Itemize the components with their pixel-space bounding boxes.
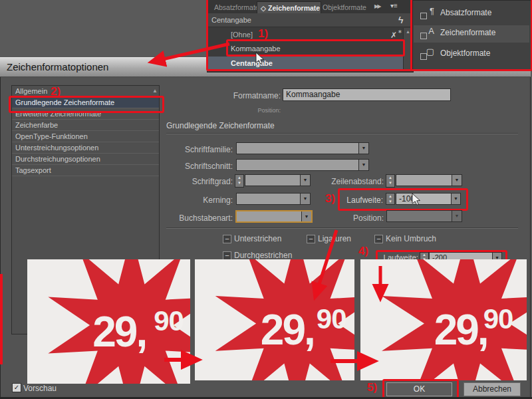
stepper-down-icon[interactable]: ▼: [235, 180, 243, 186]
no-break-checkbox[interactable]: –: [374, 235, 383, 243]
stepper-up-icon[interactable]: ▲: [235, 175, 243, 180]
leading-stepper[interactable]: ▲ ▼: [386, 174, 395, 188]
ligatures-label: Ligaturen: [318, 234, 351, 243]
strikethrough-label: Durchgestrichen: [234, 251, 292, 260]
position-label: Position:: [319, 213, 384, 223]
category-durchstreichungsoptionen[interactable]: Durchstreichungsoptionen: [12, 154, 159, 165]
position-static-label: Position:: [234, 107, 281, 114]
preview-label: Vorschau: [23, 384, 57, 393]
position-dropdown[interactable]: ▼: [386, 210, 462, 222]
preview-image-tracking-0: 29,90: [27, 259, 190, 384]
category-opentype-funktionen[interactable]: OpenType-Funktionen: [12, 131, 159, 142]
leading-label: Zeilenabstand:: [319, 177, 384, 186]
ligatures-checkbox[interactable]: –: [307, 235, 315, 243]
preview-checkbox[interactable]: ✓: [12, 383, 21, 392]
stepper-up-icon[interactable]: ▲: [420, 253, 428, 257]
case-label: Buchstabenart:: [160, 213, 233, 223]
divider: [166, 133, 518, 134]
underline-label: Unterstrichen: [234, 234, 281, 243]
price-text: 29,90: [434, 303, 513, 354]
stepper-down-icon[interactable]: ▼: [386, 199, 394, 204]
kerning-dropdown[interactable]: ▼: [236, 193, 311, 205]
font-size-stepper[interactable]: ▲ ▼: [235, 174, 244, 188]
kerning-label: Kerning:: [160, 196, 233, 205]
chevron-down-icon[interactable]: ▼: [358, 143, 368, 154]
category-unterstreichungsoptionen[interactable]: Unterstreichungsoptionen: [12, 142, 159, 154]
chevron-down-icon[interactable]: ▼: [358, 160, 368, 170]
step-5-annotation: 5): [367, 381, 377, 394]
tracking-label: Laufweite:: [340, 196, 383, 205]
case-dropdown[interactable]: ▼: [235, 210, 313, 223]
scroll-up-icon[interactable]: ▲: [152, 88, 158, 94]
cancel-button[interactable]: Abbrechen: [464, 382, 521, 396]
chevron-down-icon[interactable]: ▼: [452, 175, 462, 186]
price-text: 29,90: [92, 305, 184, 356]
chevron-down-icon[interactable]: ▼: [451, 193, 461, 205]
stepper-up-icon[interactable]: ▲: [386, 194, 394, 199]
section-title: Grundlegende Zeichenformate: [166, 121, 275, 130]
tracking-input[interactable]: -100: [396, 193, 453, 205]
underline-checkbox[interactable]: –: [223, 235, 231, 243]
font-size-label: Schriftgrad:: [160, 177, 233, 186]
tracking-stepper[interactable]: ▲ ▼: [386, 193, 395, 205]
category-highlight-box: [9, 96, 164, 113]
font-size-dropdown[interactable]: ▼: [245, 174, 311, 186]
chevron-down-icon[interactable]: ▼: [301, 211, 311, 221]
font-family-dropdown[interactable]: ▼: [236, 142, 369, 154]
chevron-down-icon[interactable]: ▼: [300, 175, 310, 186]
font-family-label: Schriftfamilie:: [160, 145, 233, 154]
dialog-title: Zeichenformatoptionen: [7, 61, 108, 72]
format-name-label: Formatname:: [200, 91, 281, 100]
format-name-input[interactable]: Kommaangabe: [283, 88, 451, 101]
step-4-annotation: 4): [358, 245, 368, 258]
chevron-down-icon[interactable]: ▼: [452, 211, 462, 221]
font-style-dropdown[interactable]: ▼: [236, 159, 369, 171]
dock-panel-highlight-box: [410, 0, 532, 71]
font-style-label: Schriftschnitt:: [160, 162, 233, 171]
leading-dropdown[interactable]: ▼: [396, 174, 462, 186]
category-zeichenfarbe[interactable]: Zeichenfarbe: [12, 120, 159, 131]
divider: [166, 227, 518, 229]
preview-image-tracking-100: 29,90: [195, 259, 354, 380]
stepper-up-icon[interactable]: ▲: [386, 175, 394, 180]
stepper-down-icon[interactable]: ▼: [386, 180, 394, 186]
category-tagsexport[interactable]: Tagsexport: [12, 165, 159, 176]
ok-button[interactable]: OK: [386, 382, 452, 396]
no-break-label: Kein Umbruch: [386, 234, 436, 243]
price-text: 29,90: [261, 303, 346, 354]
chevron-down-icon[interactable]: ▼: [300, 194, 310, 204]
styles-panel-highlight-box: [206, 0, 412, 71]
preview-image-tracking-200: 29,90: [360, 259, 527, 380]
step-3-annotation: 3): [325, 192, 335, 205]
indesign-app: Zeichenformatoptionen Allgemein Grundleg…: [0, 0, 532, 399]
